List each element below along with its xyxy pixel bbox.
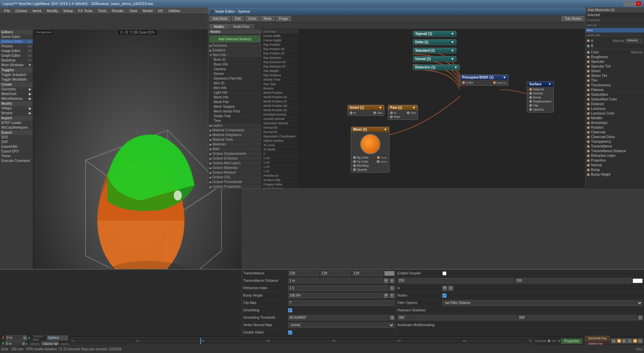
prop-vtnorm-sel[interactable]: (none) bbox=[288, 322, 394, 328]
nl-meshvertexfind[interactable]: Mesh Vertex Find bbox=[208, 109, 262, 114]
rsp-filter-sel[interactable]: ise Filter Options bbox=[442, 300, 643, 306]
menu-setup[interactable]: Setup bbox=[61, 7, 76, 14]
nl-boneid[interactable]: Bone ID bbox=[208, 57, 262, 62]
scene-editor-btn[interactable]: Scene Editor bbox=[0, 35, 33, 39]
add-selected-btn[interactable]: Add Selected Node(s) bbox=[210, 36, 260, 42]
redo-btn[interactable]: Redo bbox=[261, 16, 275, 21]
rsp-lx-eye[interactable]: 👁 bbox=[442, 286, 447, 291]
nl-dynamics-part-info[interactable]: Dynamics Part Info bbox=[208, 76, 262, 81]
nl-octane-disp[interactable]: Octane Displacements bbox=[208, 151, 262, 156]
nl-octane-proj[interactable]: Octane Projections bbox=[208, 184, 262, 188]
refraction-e[interactable]: E bbox=[390, 286, 394, 291]
nl-layers[interactable]: Layers bbox=[208, 123, 262, 128]
metatools-btn[interactable]: MetaTools ▶ bbox=[0, 92, 33, 96]
exportobj-btn[interactable]: ExportOBJ bbox=[0, 144, 33, 149]
rsp-despike-check[interactable] bbox=[442, 271, 446, 275]
mocap-btn[interactable]: MoCapSkelegons bbox=[0, 125, 33, 130]
create-section[interactable]: Create bbox=[0, 82, 33, 87]
maximize-button[interactable]: □ bbox=[630, 1, 635, 6]
tab-nodes[interactable]: Nodes bbox=[210, 24, 228, 29]
nl-boneinfo[interactable]: Bone Info bbox=[208, 62, 262, 67]
node-unreal[interactable]: Unreal (1) ▼ bbox=[413, 56, 457, 62]
rsp-shadow-val2[interactable] bbox=[518, 315, 637, 320]
prop-transmittance-g[interactable] bbox=[320, 271, 351, 276]
bump-eye[interactable]: 👁 bbox=[384, 293, 388, 298]
menu-modify[interactable]: Modify bbox=[44, 7, 60, 14]
menu-view[interactable]: View bbox=[127, 7, 140, 14]
nl-materials[interactable]: Materials bbox=[208, 142, 262, 147]
nl-functions[interactable]: Functions bbox=[208, 43, 262, 48]
toggles-section[interactable]: Toggles bbox=[0, 68, 33, 73]
more-windows-btn[interactable]: More Windows ▼ bbox=[0, 63, 33, 68]
playhead[interactable] bbox=[200, 338, 201, 344]
nl-gradient[interactable]: Gradient bbox=[208, 48, 262, 53]
transport-play[interactable]: ▶ bbox=[622, 339, 627, 343]
bump-e[interactable]: E bbox=[390, 293, 394, 298]
export-section[interactable]: Export bbox=[0, 130, 33, 135]
nl-meshpart[interactable]: Mesh Part bbox=[208, 100, 262, 104]
node-standard[interactable]: Standard (1) ▼ bbox=[413, 48, 457, 53]
prop-transmit-dist-val[interactable] bbox=[288, 278, 382, 283]
tab-node-flow[interactable]: Node Flow bbox=[229, 24, 254, 29]
x-field[interactable] bbox=[6, 335, 22, 341]
tidy-nodes-btn[interactable]: Tidy Nodes bbox=[561, 16, 584, 21]
close-button[interactable]: ✕ bbox=[636, 1, 641, 6]
add-node-btn[interactable]: Add Node bbox=[210, 16, 230, 21]
rsp-shadow-val1[interactable] bbox=[397, 315, 517, 320]
prop-double-sided-check[interactable] bbox=[288, 330, 292, 335]
nl-math[interactable]: Math bbox=[208, 147, 262, 151]
node-mixer[interactable]: Mixer (1) ▼ Bg Color Color Fg Color bbox=[351, 127, 389, 173]
editors-section[interactable]: Editors bbox=[0, 30, 33, 35]
surface-editor-btn[interactable]: Surface Editor F5 bbox=[0, 39, 33, 44]
rp-material-input[interactable]: Material bbox=[626, 38, 643, 43]
menu-render[interactable]: Render bbox=[109, 7, 127, 14]
export-eps-btn[interactable]: Export EPS bbox=[0, 149, 33, 154]
transport-start[interactable]: ⏮ bbox=[611, 339, 616, 343]
presets-btn[interactable]: Presets F8 bbox=[0, 44, 33, 49]
prop-transmittance-r[interactable] bbox=[288, 271, 319, 276]
nl-iteminfo[interactable]: Item Info bbox=[208, 53, 262, 57]
transmit-dist-e[interactable]: E bbox=[390, 278, 394, 283]
current-item-display[interactable]: Sphere bbox=[47, 336, 68, 340]
prop-clipmap-val[interactable] bbox=[288, 300, 394, 306]
menu-tools[interactable]: Tools bbox=[95, 7, 109, 14]
image-editor-btn[interactable]: Image Editor F6 bbox=[0, 49, 33, 53]
menu-utilities[interactable]: Utilities bbox=[166, 7, 183, 14]
menu-fxtools[interactable]: FX Tools bbox=[75, 7, 95, 14]
transport-pause[interactable]: ⏸ bbox=[627, 339, 632, 343]
rsp-color-swatch[interactable] bbox=[633, 278, 643, 283]
execute-command-btn[interactable]: Execute Command bbox=[0, 159, 33, 163]
nl-octane-mat[interactable]: Octane Materials bbox=[208, 166, 262, 170]
prop-bump-height-val[interactable] bbox=[288, 293, 382, 298]
transmit-dist-eye[interactable]: 👁 bbox=[384, 278, 388, 283]
nl-matcomp[interactable]: Material Components bbox=[208, 128, 262, 133]
rsp-lx-e[interactable]: E bbox=[448, 286, 453, 291]
menu-io[interactable]: I/O bbox=[155, 7, 166, 14]
nl-device[interactable]: Device bbox=[208, 72, 262, 76]
nl-octane-proc[interactable]: Octane Procedurals bbox=[208, 180, 262, 184]
minimize-button[interactable]: — bbox=[624, 1, 629, 6]
nl-octane-emit[interactable]: Octane Emission bbox=[208, 156, 262, 161]
rsp-shadow-e[interactable]: E bbox=[638, 315, 643, 320]
prop-refraction-val[interactable] bbox=[288, 285, 388, 291]
undo-btn[interactable]: Undo bbox=[245, 16, 259, 21]
transport-prev[interactable]: ⏪ bbox=[616, 339, 621, 343]
menu-octane[interactable]: Octane bbox=[13, 7, 30, 14]
channel-list-scroll[interactable]: Frame Width Frame Height Ray Position Ra… bbox=[262, 34, 299, 188]
rsp-val2[interactable] bbox=[515, 278, 632, 283]
rsp-nodes-check[interactable] bbox=[442, 294, 446, 298]
nl-time[interactable]: Time bbox=[208, 119, 262, 123]
menu-items[interactable]: Items bbox=[30, 7, 44, 14]
modify-section[interactable]: Modify bbox=[0, 101, 33, 106]
nl-lightinfo[interactable]: Light Info bbox=[208, 90, 262, 95]
nl-itemid[interactable]: Item ID bbox=[208, 81, 262, 86]
nl-meshtangent[interactable]: Mesh Tangent bbox=[208, 104, 262, 109]
geometry-btn[interactable]: Geometry ▶ bbox=[0, 87, 33, 92]
generate-key-btn[interactable]: Generate Key bbox=[585, 336, 610, 341]
node-delta[interactable]: Delta (1) ▼ bbox=[413, 39, 457, 45]
nl-octane-matlayers[interactable]: Octane Mat Layers bbox=[208, 161, 262, 166]
toggle-metaballs-btn[interactable]: Toggle MetaBalls bbox=[0, 77, 33, 82]
edit-btn[interactable]: Edit bbox=[232, 16, 244, 21]
menu-model[interactable]: Model bbox=[140, 7, 155, 14]
node-pow[interactable]: Pow (1) ▼ In Out Peer bbox=[388, 105, 418, 120]
